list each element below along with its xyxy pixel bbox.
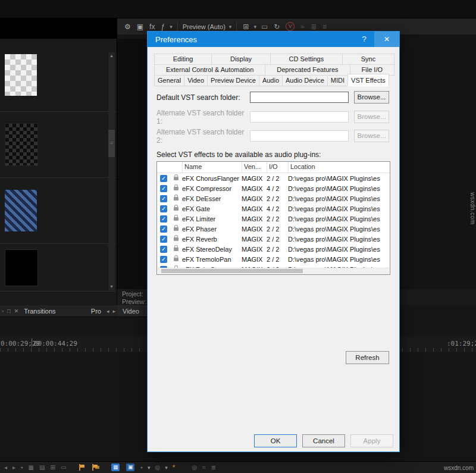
cells-tool-icon[interactable]: ▦ xyxy=(27,464,36,471)
wave-tool-icon[interactable]: ≈ xyxy=(201,464,208,471)
scroll-down-icon[interactable]: ▼ xyxy=(108,283,115,290)
checkbox-checked-icon[interactable]: ✓ xyxy=(160,195,167,202)
media-thumbnail-dark-checkerboard[interactable] xyxy=(5,123,38,166)
zoom-tool-icon[interactable]: ◎ xyxy=(190,464,199,471)
tab-external-control[interactable]: External Control & Automation xyxy=(154,64,265,76)
dock-window-icon[interactable]: □ xyxy=(5,308,12,314)
burst-orange-icon[interactable]: * xyxy=(171,463,177,472)
checkbox-checked-icon[interactable]: ✓ xyxy=(160,205,167,212)
checkbox-cell[interactable]: ✓ xyxy=(157,256,170,263)
media-thumbnail-checkerboard[interactable] xyxy=(5,54,37,96)
edit-tool-icon[interactable]: ▪ xyxy=(139,464,145,471)
checkbox-checked-icon[interactable]: ✓ xyxy=(160,246,167,253)
vst-effects-table[interactable]: Name Ven... I/O Location ✓ eFX ChorusFla… xyxy=(156,161,390,275)
tab-deprecated-features[interactable]: Deprecated Features xyxy=(265,64,350,76)
checkbox-cell[interactable]: ✓ xyxy=(157,195,170,202)
media-list-item[interactable] xyxy=(0,244,117,292)
tab-audio[interactable]: Audio xyxy=(259,75,283,86)
checkbox-cell[interactable]: ✓ xyxy=(157,236,170,243)
tab-editing[interactable]: Editing xyxy=(154,54,212,65)
rows-tool-icon[interactable]: ▤ xyxy=(37,464,46,471)
media-thumbnail-blue-pattern[interactable] xyxy=(5,190,37,231)
checkbox-cell[interactable]: ✓ xyxy=(157,215,170,223)
cancel-button[interactable]: Cancel xyxy=(302,434,345,447)
copy-snapshot-icon[interactable]: ▣ xyxy=(134,19,146,35)
media-thumbnail-black[interactable] xyxy=(5,249,38,286)
tab-project-media[interactable]: Pro xyxy=(60,308,105,315)
refresh-button[interactable]: Refresh xyxy=(346,351,389,364)
tab-audio-device[interactable]: Audio Device xyxy=(282,75,328,86)
tab-vst-effects[interactable]: VST Effects xyxy=(347,74,389,86)
table-row[interactable]: ✓ eFX ChorusFlanger MAGIX 2 / 2 D:\vegas… xyxy=(157,173,390,183)
checkbox-checked-icon[interactable]: ✓ xyxy=(160,236,167,243)
column-header-name[interactable]: Name xyxy=(184,163,202,170)
tab-preview-device[interactable]: Preview Device xyxy=(207,75,259,86)
media-list-item[interactable] xyxy=(0,112,117,178)
tab-general[interactable]: General xyxy=(154,75,184,86)
column-separator[interactable] xyxy=(242,162,242,173)
column-separator[interactable] xyxy=(182,162,183,173)
column-header-location[interactable]: Location xyxy=(290,163,315,170)
table-row[interactable]: ✓ eFX Reverb MAGIX 2 / 2 D:\vegas pro\MA… xyxy=(157,234,390,244)
envelope-tool-caret-icon[interactable]: ▾ xyxy=(164,465,169,471)
checkbox-cell[interactable]: ✓ xyxy=(157,185,170,192)
nudge-right-icon[interactable]: ▸ xyxy=(11,464,17,471)
tab-scroll-right-icon[interactable]: ▸ xyxy=(111,308,117,314)
media-list-item[interactable] xyxy=(0,178,117,244)
small-square-tool-icon[interactable]: ▪ xyxy=(19,464,25,471)
column-separator[interactable] xyxy=(267,162,267,173)
browse-button-1[interactable]: Browse... xyxy=(354,91,389,104)
checkbox-checked-icon[interactable]: ✓ xyxy=(160,256,167,263)
table-horizontal-scrollbar[interactable] xyxy=(158,268,389,274)
default-vst-folder-input[interactable] xyxy=(250,92,349,103)
grid-overlay-caret-icon[interactable]: ▾ xyxy=(252,24,258,30)
checkbox-checked-icon[interactable]: ✓ xyxy=(160,225,167,233)
tab-video[interactable]: Video xyxy=(184,75,208,86)
help-button[interactable]: ? xyxy=(354,32,374,47)
scroll-up-icon[interactable]: ▲ xyxy=(108,52,115,59)
tab-cd-settings[interactable]: CD Settings xyxy=(270,54,343,65)
edit-tool-caret-icon[interactable]: ▾ xyxy=(146,465,152,471)
tab-sync[interactable]: Sync xyxy=(342,54,394,65)
grid-tool-icon[interactable]: ⊞ xyxy=(49,464,57,471)
preview-quality-caret-icon[interactable]: ▾ xyxy=(228,24,233,30)
scrollbar-thumb[interactable]: ≡ xyxy=(108,130,115,157)
print-tool-icon[interactable]: ▭ xyxy=(59,464,68,471)
checkbox-checked-icon[interactable]: ✓ xyxy=(160,215,167,223)
tab-midi[interactable]: MIDI xyxy=(327,75,348,86)
dock-pin-icon[interactable]: ▫ xyxy=(0,308,5,314)
column-header-io[interactable]: I/O xyxy=(269,163,278,170)
tab-display[interactable]: Display xyxy=(211,54,271,65)
checkbox-cell[interactable]: ✓ xyxy=(157,175,170,182)
dock-close-icon[interactable]: ✕ xyxy=(12,308,21,314)
region-flags-icon[interactable] xyxy=(92,464,98,471)
settings-gear-icon[interactable]: ⚙ xyxy=(122,19,133,35)
checkbox-checked-icon[interactable]: ✓ xyxy=(160,185,167,192)
media-panel-scrollbar[interactable]: ▲ ≡ ▼ xyxy=(108,52,115,290)
nudge-left-icon[interactable]: ◂ xyxy=(2,464,9,471)
preview-quality-dropdown[interactable]: Preview (Auto) xyxy=(181,23,227,30)
table-row[interactable]: ✓ eFX Gate MAGIX 4 / 2 D:\vegas pro\MAGI… xyxy=(157,203,390,214)
column-header-vendor[interactable]: Ven... xyxy=(244,163,261,170)
list-tool-icon[interactable]: ≣ xyxy=(209,464,218,471)
script-dropdown-icon[interactable]: ▾ xyxy=(168,24,174,30)
envelope-tool-icon[interactable]: ◎ xyxy=(153,464,162,471)
close-button[interactable]: ✕ xyxy=(374,32,399,47)
pan-crop-blue-icon[interactable]: ▣ xyxy=(126,463,134,471)
horizontal-scrollbar-thumb[interactable] xyxy=(161,269,303,273)
marker-flag-icon[interactable] xyxy=(79,464,85,471)
column-separator[interactable] xyxy=(288,162,289,173)
table-row[interactable]: ✓ eFX TremoloPan MAGIX 2 / 2 D:\vegas pr… xyxy=(157,254,390,264)
media-list-item[interactable] xyxy=(0,39,117,112)
tab-transitions[interactable]: Transitions xyxy=(20,308,59,315)
checkbox-cell[interactable]: ✓ xyxy=(157,205,170,212)
table-row[interactable]: ✓ eFX DeEsser MAGIX 2 / 2 D:\vegas pro\M… xyxy=(157,193,390,203)
dialog-titlebar[interactable]: Preferences ? ✕ xyxy=(148,32,399,47)
table-row[interactable]: ✓ eFX Compressor MAGIX 4 / 2 D:\vegas pr… xyxy=(157,183,390,193)
table-row[interactable]: ✓ eFX Limiter MAGIX 2 / 2 D:\vegas pro\M… xyxy=(157,214,390,224)
checkbox-cell[interactable]: ✓ xyxy=(157,225,170,233)
table-row[interactable]: ✓ eFX Phaser MAGIX 2 / 2 D:\vegas pro\MA… xyxy=(157,224,390,234)
ok-button[interactable]: OK xyxy=(254,434,297,447)
table-row[interactable]: ✓ eFX StereoDelay MAGIX 2 / 2 D:\vegas p… xyxy=(157,244,390,254)
checkbox-checked-icon[interactable]: ✓ xyxy=(160,175,167,182)
